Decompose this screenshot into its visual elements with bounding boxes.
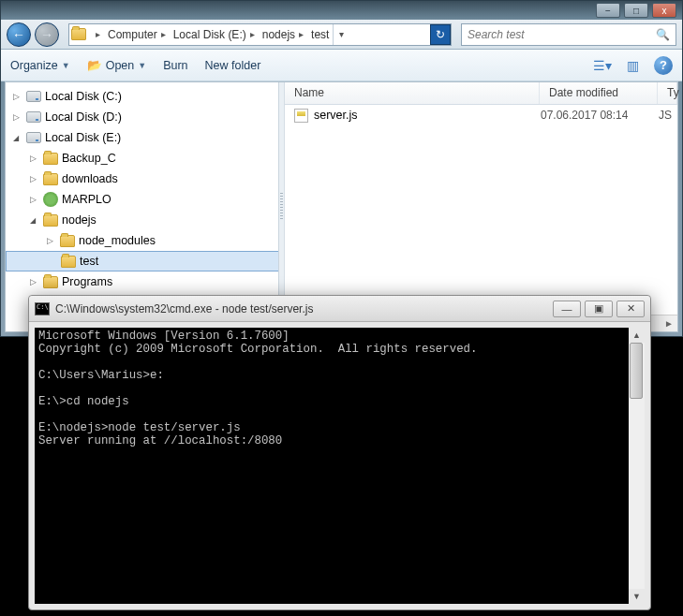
cmd-window: C:\Windows\system32\cmd.exe - node test/…: [28, 295, 651, 610]
cmd-scroll-thumb[interactable]: [630, 343, 643, 399]
tree-item-label: nodejs: [62, 213, 97, 227]
maximize-button[interactable]: □: [624, 3, 648, 18]
folder-icon: [60, 235, 75, 247]
folder-icon: [43, 214, 58, 227]
tree-item-local-disk-e-[interactable]: Local Disk (E:): [6, 127, 284, 148]
burn-button[interactable]: Burn: [163, 59, 187, 72]
help-button[interactable]: ?: [654, 56, 673, 75]
folder-icon: [43, 153, 58, 165]
tree-item-local-disk-c-[interactable]: Local Disk (C:): [6, 86, 284, 107]
tree-item-programs[interactable]: Programs: [6, 271, 284, 292]
file-name: server.js: [314, 109, 358, 122]
minimize-button[interactable]: −: [596, 3, 620, 18]
tree-item-label: Programs: [62, 275, 112, 288]
cmd-title-text: C:\Windows\system32\cmd.exe - node test/…: [55, 302, 547, 315]
folder-tree[interactable]: Local Disk (C:)Local Disk (D:)Local Disk…: [6, 82, 284, 296]
tree-item-downloads[interactable]: downloads: [6, 169, 284, 189]
cmd-close-button[interactable]: ✕: [616, 301, 645, 317]
cmd-scroll-down[interactable]: ▼: [629, 589, 645, 604]
nav-bar: ← → ▸ Computer▸ Local Disk (E:)▸ nodejs▸…: [1, 20, 682, 50]
explorer-window: − □ x ← → ▸ Computer▸ Local Disk (E:)▸ n…: [0, 0, 683, 337]
cmd-maximize-button[interactable]: ▣: [585, 301, 613, 317]
search-box[interactable]: 🔍: [461, 23, 676, 46]
cmd-icon: [35, 302, 50, 315]
preview-pane-button[interactable]: ▥: [624, 58, 641, 73]
tree-item-label: downloads: [62, 172, 118, 185]
tree-item-local-disk-d-[interactable]: Local Disk (D:): [6, 107, 284, 127]
folder-icon: [43, 173, 58, 185]
file-row[interactable]: server.js07.06.2017 08:14JS: [285, 105, 677, 125]
tree-item-label: Local Disk (D:): [45, 110, 122, 124]
tree-item-backup-c[interactable]: Backup_C: [6, 148, 284, 169]
file-list[interactable]: server.js07.06.2017 08:14JS: [285, 105, 677, 315]
column-date[interactable]: Date modified: [540, 82, 658, 104]
address-dropdown[interactable]: ▾: [333, 24, 349, 45]
address-bar[interactable]: ▸ Computer▸ Local Disk (E:)▸ nodejs▸ tes…: [68, 23, 452, 46]
explorer-titlebar[interactable]: − □ x: [1, 1, 682, 20]
tree-item-label: test: [80, 255, 98, 268]
tree-item-label: node_modules: [79, 234, 156, 247]
organize-button[interactable]: Organize▼: [10, 59, 70, 72]
folder-icon: [61, 256, 76, 268]
tree-item-test[interactable]: test: [6, 251, 284, 271]
cmd-scrollbar[interactable]: ▲ ▼: [629, 328, 645, 604]
back-button[interactable]: ←: [7, 22, 31, 47]
tree-item-nodejs[interactable]: nodejs: [6, 210, 284, 230]
tree-item-label: Backup_C: [62, 152, 116, 165]
cmd-minimize-button[interactable]: —: [553, 301, 581, 317]
breadcrumb-nodejs[interactable]: nodejs▸: [259, 24, 307, 45]
tree-item-label: MARPLO: [62, 193, 111, 206]
file-type: JS: [659, 109, 677, 122]
folder-icon: [69, 28, 88, 40]
scroll-right-button[interactable]: ►: [661, 316, 677, 331]
js-file-icon: [294, 109, 308, 123]
view-options-button[interactable]: ☰▾: [594, 58, 611, 73]
search-input[interactable]: [468, 28, 656, 41]
tree-item-node-modules[interactable]: node_modules: [6, 230, 284, 251]
new-folder-button[interactable]: New folder: [205, 59, 261, 72]
tree-item-label: Local Disk (E:): [45, 131, 121, 144]
file-date: 07.06.2017 08:14: [541, 109, 659, 122]
cmd-output: Microsoft Windows [Version 6.1.7600] Cop…: [35, 328, 645, 449]
drive-icon: [26, 111, 41, 123]
open-button[interactable]: 📂Open▼: [87, 58, 147, 72]
tree-item-label: Local Disk (C:): [45, 90, 122, 103]
column-type[interactable]: Ty: [658, 82, 677, 104]
marplo-icon: [43, 192, 58, 207]
cmd-scroll-up[interactable]: ▲: [629, 328, 645, 343]
close-button[interactable]: x: [652, 3, 676, 18]
drive-icon: [26, 91, 41, 102]
refresh-button[interactable]: ↻: [430, 24, 451, 45]
folder-icon: [43, 276, 58, 288]
cmd-titlebar[interactable]: C:\Windows\system32\cmd.exe - node test/…: [29, 296, 650, 322]
tree-item-marplo[interactable]: MARPLO: [6, 189, 284, 210]
breadcrumb-local-disk-e[interactable]: Local Disk (E:)▸: [170, 24, 259, 45]
breadcrumb-computer[interactable]: Computer▸: [104, 24, 170, 45]
cmd-body[interactable]: Microsoft Windows [Version 6.1.7600] Cop…: [35, 328, 645, 604]
breadcrumb-test[interactable]: test: [307, 24, 333, 45]
drive-icon: [26, 132, 41, 143]
forward-button[interactable]: →: [35, 22, 59, 47]
crumb-chevron[interactable]: ▸: [88, 24, 104, 45]
toolbar: Organize▼ 📂Open▼ Burn New folder ☰▾ ▥ ?: [1, 50, 682, 81]
column-name[interactable]: Name: [285, 82, 540, 104]
column-headers[interactable]: Name Date modified Ty: [285, 82, 677, 105]
search-icon[interactable]: 🔍: [656, 28, 670, 41]
